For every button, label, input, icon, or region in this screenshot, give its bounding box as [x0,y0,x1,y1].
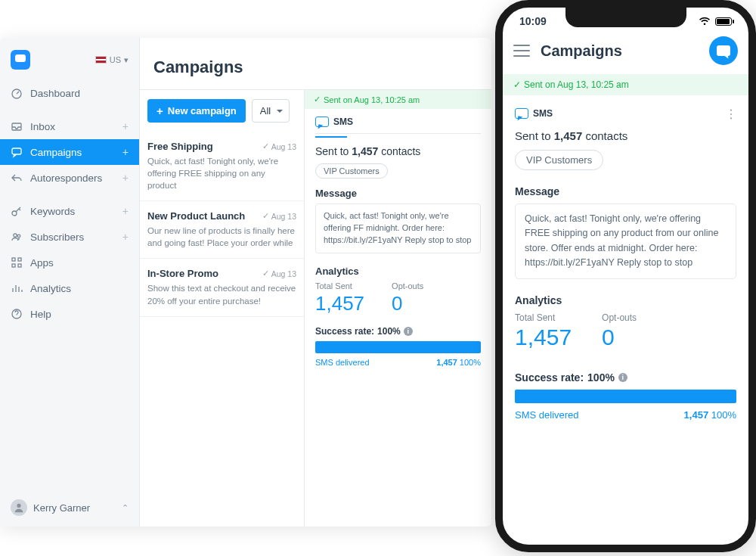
metric-label: Total Sent [515,312,572,323]
user-name: Kerry Garner [33,502,90,514]
wifi-icon [699,17,711,26]
chat-button[interactable] [709,36,738,65]
campaign-title: In-Store Promo [147,268,218,279]
sidebar-item-label: Inbox [30,121,55,132]
add-icon: + [122,120,129,132]
info-icon[interactable]: i [618,373,627,382]
chevron-up-icon: ⌃ [122,503,129,513]
add-icon: + [122,146,129,158]
button-label: New campaign [168,105,237,116]
phone-mockup: 10:09 Campaigns ✓ Sent on Aug 13, 10:25 … [495,0,756,552]
metric-value: 0 [392,292,423,315]
plus-icon: + [156,105,163,116]
metrics-row: Total Sent 1,457 Opt-outs 0 [515,312,736,350]
sidebar-item-label: Campaigns [30,147,82,158]
reply-icon [11,172,23,184]
message-title: Message [315,188,481,199]
key-icon [11,205,23,217]
sidebar-item-label: Dashboard [30,88,80,99]
menu-button[interactable] [513,45,530,57]
campaign-date: ✓ Aug 13 [262,211,296,221]
add-icon: + [122,231,129,243]
segment-chip[interactable]: VIP Customers [515,150,603,170]
delivered-row: SMS delivered 1,457 100% [315,358,481,367]
message-title: Message [515,185,736,197]
status-icons [699,17,732,26]
chat-icon [11,146,23,158]
sidebar-item-label: Help [30,309,51,320]
analytics-title: Analytics [315,266,481,277]
sent-to: Sent to 1,457 contacts [315,145,481,157]
svg-rect-7 [18,258,21,261]
campaign-item[interactable]: In-Store Promo ✓ Aug 13 Show this text a… [140,259,304,316]
progress-bar [315,341,481,353]
sidebar-item-dashboard[interactable]: Dashboard [0,80,139,106]
sms-tab[interactable]: SMS [315,116,481,134]
sidebar-item-campaigns[interactable]: Campaigns + [0,139,139,165]
locale-switcher[interactable]: US ▾ [95,55,129,65]
sidebar-item-label: Apps [30,257,54,269]
sidebar-item-keywords[interactable]: Keywords + [0,198,139,224]
phone-header: Campaigns [503,32,748,74]
campaign-desc: Show this text at checkout and receive 2… [147,282,296,306]
metric-optouts: Opt-outs 0 [602,312,637,350]
sms-tab-label: SMS [333,116,353,127]
help-icon [11,308,23,320]
sidebar-item-label: Analytics [30,283,71,294]
sent-to-count: 1,457 [352,145,378,157]
sent-banner-text: Sent on Aug 13, 10:25 am [524,79,629,90]
phone-body: SMS ⋯ Sent to 1,457 contacts VIP Custome… [503,95,748,431]
info-icon[interactable]: i [404,327,413,336]
campaign-detail: ✓ Sent on Aug 13, 10:25 am SMS Sent to 1… [305,90,491,526]
svg-rect-2 [12,148,21,154]
metrics-row: Total Sent 1,457 Opt-outs 0 [315,281,481,315]
logo[interactable] [11,50,30,70]
metric-total-sent: Total Sent 1,457 [515,312,572,350]
check-icon: ✓ [262,211,269,221]
chevron-down-icon: ▾ [124,55,129,65]
success-rate: Success rate: 100% i [315,326,481,337]
list-toolbar: + New campaign All [140,90,304,132]
more-button[interactable]: ⋯ [724,108,739,119]
check-icon: ✓ [314,95,321,104]
sidebar-item-apps[interactable]: Apps [0,250,139,275]
delivered-label: SMS delivered [515,409,579,421]
inbox-icon [11,120,23,132]
campaign-item[interactable]: New Product Launch ✓ Aug 13 Our new line… [140,201,304,259]
sent-to-count: 1,457 [554,129,583,142]
message-box: Quick, act fast! Tonight only, we're off… [515,203,736,279]
analytics-title: Analytics [515,294,736,306]
sent-banner: ✓ Sent on Aug 13, 10:25 am [503,74,748,95]
phone-page-title: Campaigns [541,42,622,60]
add-icon: + [122,205,129,217]
user-menu[interactable]: Kerry Garner ⌃ [0,489,139,526]
svg-point-4 [14,234,17,237]
campaign-item[interactable]: Free Shipping ✓ Aug 13 Quick, act fast! … [140,132,304,201]
campaign-list-column: + New campaign All Free Shipping ✓ Aug 1… [140,90,305,526]
sidebar-top: US ▾ [0,45,139,80]
locale-label: US [110,55,121,64]
svg-point-11 [17,504,20,508]
check-icon: ✓ [262,269,269,278]
new-campaign-button[interactable]: + New campaign [147,99,246,123]
filter-select[interactable]: All [252,99,290,123]
sidebar-item-label: Subscribers [30,231,84,243]
metric-value: 1,457 [315,292,364,315]
svg-point-5 [17,235,20,238]
gauge-icon [11,87,23,99]
sidebar-item-label: Autoresponders [30,172,102,184]
sidebar-item-autoresponders[interactable]: Autoresponders + [0,165,139,191]
segment-chip[interactable]: VIP Customers [315,163,388,179]
chat-icon [717,45,730,56]
campaign-date: ✓ Aug 13 [262,141,296,151]
sidebar-item-help[interactable]: Help [0,301,139,327]
sidebar-item-subscribers[interactable]: Subscribers + [0,224,139,250]
sidebar-item-analytics[interactable]: Analytics [0,275,139,301]
sidebar-item-inbox[interactable]: Inbox + [0,113,139,139]
progress-bar [515,390,736,403]
page-title: Campaigns [140,38,491,89]
users-icon [11,231,23,243]
svg-rect-8 [12,264,15,267]
metric-value: 1,457 [515,325,572,350]
sms-tab[interactable]: SMS [515,108,553,119]
